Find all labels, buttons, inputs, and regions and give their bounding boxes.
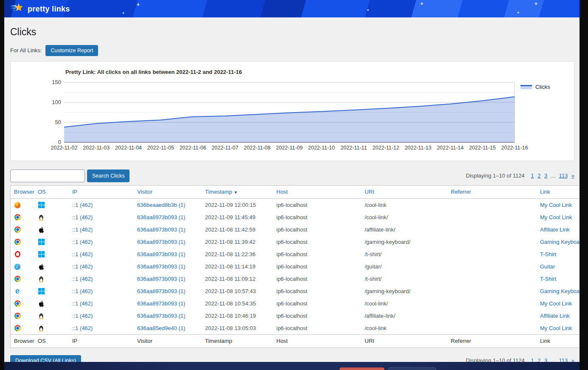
visitor-link[interactable]: 636aa8973b093 (1) (137, 313, 186, 319)
visitor-link[interactable]: 636aa8973b093 (1) (137, 300, 186, 307)
pretty-link-link[interactable]: Affiliate Link (540, 313, 570, 319)
column-header-uri[interactable]: URI (361, 185, 447, 198)
footer-header-visitor: Visitor (134, 334, 202, 347)
ip-link[interactable]: ::1 (462) (72, 214, 93, 220)
pretty-link-link[interactable]: My Cool Link (540, 325, 572, 331)
cell-pretty-link-link: Affiliate Link (537, 223, 580, 236)
customize-report-button[interactable]: Customize Report (45, 45, 98, 56)
cell-timestamp: 2022-11-08 11:42:59 (202, 223, 273, 236)
cell-uri: /t-shirt/ (361, 273, 447, 285)
cell-ip-link: ::1 (462) (69, 248, 134, 260)
pretty-link-link[interactable]: Affiliate Link (540, 226, 570, 233)
table-row: ::1 (462)636aa8973b093 (1)2022-11-08 10:… (11, 297, 580, 310)
cell-referrer (447, 211, 537, 223)
legend-swatch-icon (520, 84, 532, 89)
cell-visitor-link: 636aa8973b093 (1) (134, 260, 202, 273)
chrome-icon (14, 239, 21, 246)
visitor-link[interactable]: 636beaaed8b3b (1) (137, 202, 186, 208)
column-header-link[interactable]: Link (537, 185, 580, 198)
ip-link[interactable]: ::1 (462) (72, 325, 93, 331)
visitor-link[interactable]: 636aa8973b093 (1) (137, 251, 186, 257)
visitor-link[interactable]: 636aa8973b093 (1) (137, 214, 186, 220)
pretty-link-link[interactable]: My Cool Link (540, 202, 572, 208)
page-link-1[interactable]: 1 (531, 172, 534, 179)
cell-pretty-link-link: Gaming Keyboard (537, 236, 580, 248)
pretty-link-link[interactable]: Gaming Keyboard (540, 288, 580, 294)
column-header-referrer[interactable]: Referrer (447, 185, 537, 198)
visitor-link[interactable]: 636aa8973b093 (1) (137, 263, 186, 270)
column-header-timestamp[interactable]: Timestamp▼ (202, 185, 273, 198)
banner-dismiss-button[interactable] (388, 367, 436, 370)
search-clicks-button[interactable]: Search Clicks (87, 169, 129, 182)
table-row: ::1 (462)636aa8973b093 (1)2022-11-08 11:… (11, 260, 580, 273)
app-header: pretty links (4, 0, 580, 17)
column-header-visitor[interactable]: Visitor (134, 185, 202, 198)
chart-x-axis: 2022-11-022022-11-032022-11-042022-11-05… (64, 145, 515, 153)
x-tick-label: 2022-11-10 (304, 145, 338, 151)
page-link-last[interactable]: 113 (559, 172, 568, 179)
cell-visitor-link: 636aa8973b093 (1) (134, 248, 202, 260)
cell-browser (11, 248, 35, 260)
pretty-link-link[interactable]: Gaming Keyboard (540, 239, 580, 245)
page-link-2[interactable]: 2 (537, 357, 540, 362)
visitor-link[interactable]: 636aa85ed9e40 (1) (137, 325, 186, 331)
page-link-3[interactable]: 3 (544, 357, 547, 362)
ip-link[interactable]: ::1 (462) (72, 288, 93, 294)
y-tick-label: 0 (11, 139, 61, 145)
cell-pretty-link-link: T-Shirt (537, 273, 580, 285)
cell-ip-link: ::1 (462) (69, 310, 134, 322)
cell-pretty-link-link: My Cool Link (537, 211, 580, 223)
pretty-link-link[interactable]: My Cool Link (540, 214, 572, 220)
cell-referrer (447, 297, 537, 310)
firefox-icon (14, 202, 21, 209)
page-link-2[interactable]: 2 (537, 172, 540, 179)
ip-link[interactable]: ::1 (462) (72, 226, 93, 233)
cell-referrer (447, 198, 537, 211)
linux-icon (38, 313, 45, 319)
visitor-link[interactable]: 636aa8973b093 (1) (137, 276, 186, 282)
opera-icon (14, 251, 21, 258)
visitor-link[interactable]: 636aa8973b093 (1) (137, 226, 186, 233)
column-header-ip[interactable]: IP (69, 185, 134, 198)
visitor-link[interactable]: 636aa8973b093 (1) (137, 288, 186, 294)
ip-link[interactable]: ::1 (462) (72, 202, 93, 208)
cell-uri: /t-shirt/ (361, 248, 447, 260)
ip-link[interactable]: ::1 (462) (72, 276, 93, 282)
linux-icon (38, 325, 45, 332)
pretty-link-link[interactable]: Guitar (540, 263, 555, 270)
cell-ip-link: ::1 (462) (69, 322, 134, 335)
column-header-browser[interactable]: Browser (11, 185, 35, 198)
column-header-os[interactable]: OS (34, 185, 69, 198)
ip-link[interactable]: ::1 (462) (72, 300, 93, 307)
ip-link[interactable]: ::1 (462) (72, 251, 93, 257)
x-tick-label: 2022-11-15 (465, 145, 499, 151)
clicks-area-chart (64, 82, 515, 142)
cell-browser: e (11, 285, 35, 297)
ip-link[interactable]: ::1 (462) (72, 239, 93, 245)
ip-link[interactable]: ::1 (462) (72, 313, 93, 319)
pretty-link-link[interactable]: My Cool Link (540, 300, 572, 307)
page-link-last[interactable]: 113 (559, 357, 568, 362)
pretty-links-logo[interactable]: pretty links (10, 3, 70, 15)
footer-header-host: Host (273, 334, 361, 347)
linux-icon (38, 276, 45, 282)
cell-uri: /guitar/ (361, 260, 447, 273)
next-page-link[interactable]: » (571, 357, 574, 362)
search-input[interactable] (10, 169, 85, 182)
column-header-host[interactable]: Host (273, 185, 361, 198)
cell-pretty-link-link: T-Shirt (537, 248, 580, 260)
cell-pretty-link-link: My Cool Link (537, 297, 580, 310)
download-csv-button[interactable]: Download CSV (All Links) (10, 355, 81, 362)
visitor-link[interactable]: 636aa8973b093 (1) (137, 239, 186, 245)
pretty-link-link[interactable]: T-Shirt (540, 251, 556, 257)
page-link-1[interactable]: 1 (531, 357, 534, 362)
page-link-3[interactable]: 3 (544, 172, 547, 179)
pretty-link-link[interactable]: T-Shirt (540, 276, 556, 282)
next-page-link[interactable]: » (571, 172, 574, 179)
windows-icon (38, 288, 45, 295)
cell-ip-link: ::1 (462) (69, 273, 134, 285)
ip-link[interactable]: ::1 (462) (72, 263, 93, 270)
cell-host: ip6-localhost (273, 236, 361, 248)
x-tick-label: 2022-11-11 (337, 145, 371, 151)
banner-upgrade-button[interactable] (340, 367, 384, 370)
